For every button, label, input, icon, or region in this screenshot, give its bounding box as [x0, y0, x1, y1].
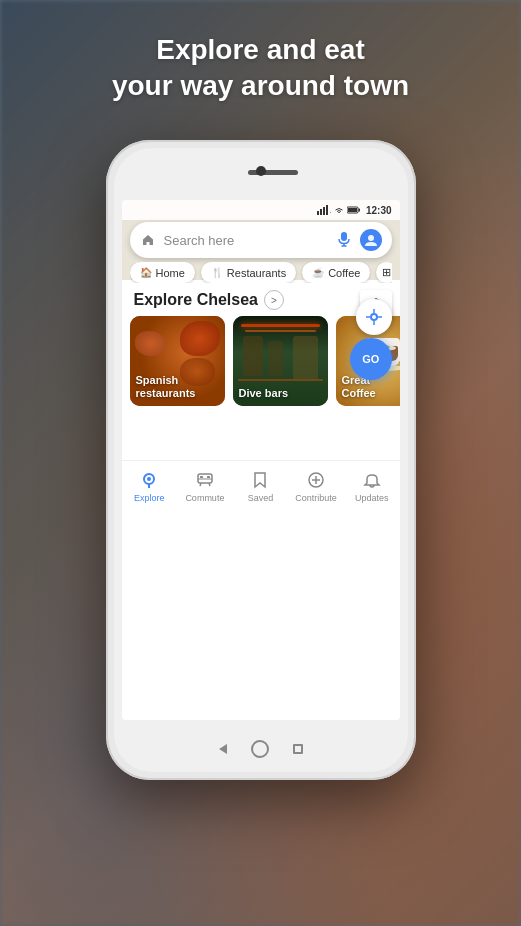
filter-more[interactable]: ⊞ — [376, 262, 391, 283]
nav-contribute[interactable]: Contribute — [288, 469, 344, 503]
card-label-divebars: Dive bars — [239, 387, 289, 400]
user-avatar[interactable] — [360, 229, 382, 251]
svg-line-79 — [209, 483, 210, 486]
commute-nav-icon — [194, 469, 216, 491]
map-area: Chelsea Market W 20th St W 19th St W 18t… — [122, 200, 400, 510]
headline: Explore and eat your way around town — [0, 32, 521, 105]
filter-home-label: Home — [156, 267, 185, 279]
svg-point-68 — [368, 235, 374, 241]
status-icons: ▲ 12:30 — [317, 205, 392, 216]
svg-rect-58 — [320, 209, 322, 215]
go-label: GO — [362, 353, 379, 365]
home-button[interactable] — [251, 740, 269, 758]
phone-screen: Chelsea Market W 20th St W 19th St W 18t… — [122, 200, 400, 720]
svg-rect-63 — [348, 208, 357, 212]
explore-card-spanish[interactable]: Spanishrestaurants — [130, 316, 225, 406]
explore-title: Explore Chelsea — [134, 291, 259, 309]
headline-line1: Explore and eat — [0, 32, 521, 68]
filter-coffee[interactable]: ☕ Coffee — [302, 262, 370, 283]
time-display: 12:30 — [366, 205, 392, 216]
svg-line-78 — [200, 483, 201, 486]
back-button[interactable] — [219, 744, 227, 754]
battery-icon — [347, 206, 361, 214]
my-location-button[interactable] — [356, 299, 392, 335]
filter-restaurants[interactable]: 🍴 Restaurants — [201, 262, 296, 283]
explore-card-divebars[interactable]: Dive bars — [233, 316, 328, 406]
svg-rect-60 — [326, 205, 328, 215]
nav-updates[interactable]: Updates — [344, 469, 400, 503]
nav-commute[interactable]: Commute — [177, 469, 233, 503]
filter-restaurants-label: Restaurants — [227, 267, 286, 279]
svg-rect-57 — [317, 211, 319, 215]
svg-rect-82 — [207, 476, 210, 478]
svg-text:▲: ▲ — [329, 208, 331, 214]
mic-icon[interactable] — [334, 230, 354, 250]
explore-nav-icon — [138, 469, 160, 491]
coffee-chip-icon: ☕ — [312, 267, 324, 278]
headline-line2: your way around town — [0, 68, 521, 104]
svg-rect-59 — [323, 207, 325, 215]
wifi-icon — [334, 206, 344, 214]
explore-arrow[interactable]: > — [264, 290, 284, 310]
status-bar: ▲ 12:30 — [122, 200, 400, 220]
restaurant-chip-icon: 🍴 — [211, 267, 223, 278]
nav-commute-label: Commute — [185, 493, 224, 503]
signal-icon: ▲ — [317, 205, 331, 215]
svg-point-69 — [371, 314, 377, 320]
quick-filters: 🏠 Home 🍴 Restaurants ☕ Coffee ⊞ — [130, 262, 392, 283]
nav-saved-label: Saved — [248, 493, 274, 503]
search-bar[interactable]: Search here — [130, 222, 392, 258]
saved-nav-icon — [249, 469, 271, 491]
updates-nav-icon — [361, 469, 383, 491]
nav-saved[interactable]: Saved — [233, 469, 289, 503]
nav-explore-label: Explore — [134, 493, 165, 503]
svg-rect-81 — [200, 476, 203, 478]
filter-coffee-label: Coffee — [328, 267, 360, 279]
location-target-icon — [365, 308, 383, 326]
nav-explore[interactable]: Explore — [122, 469, 178, 503]
phone-nav-bar — [219, 740, 303, 758]
phone-frame: Chelsea Market W 20th St W 19th St W 18t… — [106, 140, 416, 780]
card-label-spanish: Spanishrestaurants — [136, 374, 196, 400]
home-chip-icon: 🏠 — [140, 267, 152, 278]
svg-rect-64 — [358, 209, 360, 212]
home-search-icon — [140, 232, 156, 248]
nav-updates-label: Updates — [355, 493, 389, 503]
filter-home[interactable]: 🏠 Home — [130, 262, 195, 283]
svg-point-75 — [147, 477, 151, 481]
svg-rect-65 — [341, 232, 347, 241]
contribute-nav-icon — [305, 469, 327, 491]
phone-inner: Chelsea Market W 20th St W 19th St W 18t… — [114, 148, 408, 772]
recent-apps-button[interactable] — [293, 744, 303, 754]
search-placeholder: Search here — [164, 233, 334, 248]
phone-camera — [256, 166, 266, 176]
bottom-nav: Explore — [122, 460, 400, 510]
nav-contribute-label: Contribute — [295, 493, 337, 503]
more-chip-icon: ⊞ — [382, 266, 391, 279]
